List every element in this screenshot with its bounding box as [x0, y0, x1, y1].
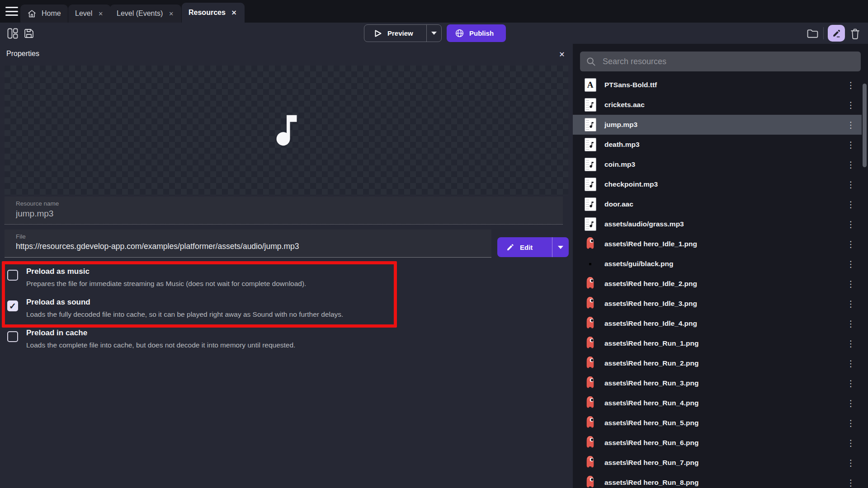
row-menu-button[interactable]: ⋮ [845, 297, 856, 310]
search-icon [586, 56, 596, 67]
resource-row[interactable]: jump.mp3 ⋮ [573, 115, 862, 135]
row-menu-button[interactable]: ⋮ [845, 357, 856, 370]
resource-name: coin.mp3 [604, 160, 635, 169]
kebab-icon: ⋮ [847, 160, 855, 170]
properties-panel: Properties ✕ Resource name File Edit [0, 44, 573, 488]
delete-resource-button[interactable] [848, 27, 862, 40]
checkbox-title: Preload as music [26, 267, 90, 276]
resource-row[interactable]: assets\Red hero_Run_7.png ⋮ [573, 453, 862, 473]
save-button[interactable] [22, 27, 36, 40]
resource-name: assets\Red hero_Idle_4.png [604, 319, 697, 328]
resource-row[interactable]: assets\Red hero_Run_3.png ⋮ [573, 373, 862, 393]
scrollbar-thumb[interactable] [863, 84, 867, 167]
preview-button[interactable]: Preview [364, 25, 426, 42]
close-properties-button[interactable]: ✕ [556, 48, 568, 60]
row-menu-button[interactable]: ⋮ [845, 476, 856, 488]
file-label: File [16, 233, 26, 240]
resource-row[interactable]: crickets.aac ⋮ [573, 95, 862, 115]
resource-row[interactable]: A PTSans-Bold.ttf ⋮ [573, 75, 862, 95]
resource-row[interactable]: death.mp3 ⋮ [573, 135, 862, 155]
resource-row[interactable]: assets\Red hero_Run_1.png ⋮ [573, 333, 862, 353]
resource-row[interactable]: assets\Red hero_Idle_3.png ⋮ [573, 294, 862, 314]
row-menu-button[interactable]: ⋮ [845, 118, 856, 131]
row-menu-button[interactable]: ⋮ [845, 238, 856, 250]
row-menu-button[interactable]: ⋮ [845, 258, 856, 270]
resource-row[interactable]: assets\Red hero_Run_4.png ⋮ [573, 393, 862, 413]
preview-dropdown-button[interactable] [427, 25, 441, 42]
resource-name: assets\Red hero_Run_6.png [604, 439, 698, 447]
resource-row[interactable]: assets\Red hero_Run_8.png ⋮ [573, 473, 862, 488]
resource-name: assets\Red hero_Run_1.png [604, 339, 698, 347]
row-menu-button[interactable]: ⋮ [845, 277, 856, 290]
row-menu-button[interactable]: ⋮ [845, 79, 856, 91]
row-menu-button[interactable]: ⋮ [845, 218, 856, 230]
resource-row[interactable]: checkpoint.mp3 ⋮ [573, 174, 862, 194]
row-menu-button[interactable]: ⋮ [845, 456, 856, 469]
kebab-icon: ⋮ [847, 358, 855, 369]
row-menu-button[interactable]: ⋮ [845, 158, 856, 171]
resource-row[interactable]: assets/audio/grass.mp3 ⋮ [573, 214, 862, 234]
resource-row[interactable]: coin.mp3 ⋮ [573, 155, 862, 174]
edit-dropdown-button[interactable] [552, 237, 569, 257]
resource-name: assets\Red hero_Run_7.png [604, 459, 698, 467]
close-tab-icon[interactable]: ✕ [97, 10, 104, 18]
resource-row[interactable]: assets\Red hero_Idle_1.png ⋮ [573, 234, 862, 254]
kebab-icon: ⋮ [847, 338, 855, 349]
resource-name: assets\Red hero_Run_5.png [604, 419, 698, 427]
hero-file-icon [585, 455, 595, 470]
hero-file-icon [585, 316, 595, 331]
resource-row[interactable]: assets\Red hero_Idle_2.png ⋮ [573, 274, 862, 294]
row-menu-button[interactable]: ⋮ [845, 377, 856, 389]
row-menu-button[interactable]: ⋮ [845, 317, 856, 330]
search-input[interactable] [602, 56, 861, 67]
row-menu-button[interactable]: ⋮ [845, 436, 856, 449]
resource-row[interactable]: assets\Red hero_Run_5.png ⋮ [573, 413, 862, 433]
edit-resource-button[interactable] [828, 25, 845, 42]
row-menu-button[interactable]: ⋮ [845, 397, 856, 409]
resource-name: assets\Red hero_Run_8.png [604, 479, 698, 487]
kebab-icon: ⋮ [847, 418, 855, 428]
main-menu-button[interactable] [5, 6, 19, 17]
checkbox[interactable]: ✓ [7, 300, 18, 311]
row-menu-button[interactable]: ⋮ [845, 198, 856, 211]
edit-label: Edit [520, 244, 533, 251]
row-menu-button[interactable]: ⋮ [845, 178, 856, 191]
file-input[interactable] [16, 242, 464, 251]
trash-icon [850, 28, 860, 39]
resource-row[interactable]: assets\Red hero_Run_6.png ⋮ [573, 433, 862, 453]
tab-resources[interactable]: Resources ✕ [182, 3, 245, 23]
chevron-down-icon [558, 246, 563, 249]
checkbox[interactable] [7, 270, 18, 281]
panels-layout-button[interactable] [6, 27, 19, 40]
kebab-icon: ⋮ [847, 478, 855, 488]
checkbox[interactable] [7, 331, 18, 342]
kebab-icon: ⋮ [847, 239, 855, 249]
folder-icon [807, 28, 819, 39]
search-box [580, 52, 861, 71]
tab-level[interactable]: Level ✕ [68, 5, 111, 23]
resource-name: crickets.aac [604, 101, 645, 109]
black-file-icon [589, 263, 591, 265]
close-tab-icon[interactable]: ✕ [231, 9, 238, 17]
resource-name-input[interactable] [16, 209, 529, 219]
resource-name-field[interactable]: Resource name [5, 197, 563, 225]
tab-level-events[interactable]: Level (Events) ✕ [110, 5, 181, 23]
hero-file-icon [585, 296, 595, 311]
resource-name: assets/gui/black.png [604, 260, 673, 268]
row-menu-button[interactable]: ⋮ [845, 337, 856, 350]
edit-button[interactable]: Edit [497, 237, 552, 257]
file-field[interactable]: File [5, 230, 491, 258]
resource-row[interactable]: assets\Red hero_Run_2.png ⋮ [573, 353, 862, 373]
publish-button[interactable]: Publish [447, 24, 506, 42]
close-tab-icon[interactable]: ✕ [168, 10, 175, 18]
row-menu-button[interactable]: ⋮ [845, 99, 856, 111]
resource-row[interactable]: assets/gui/black.png ⋮ [573, 254, 862, 274]
row-menu-button[interactable]: ⋮ [845, 138, 856, 151]
resource-row[interactable]: assets\Red hero_Idle_4.png ⋮ [573, 314, 862, 333]
row-menu-button[interactable]: ⋮ [845, 417, 856, 429]
kebab-icon: ⋮ [847, 120, 855, 130]
resource-row[interactable]: door.aac ⋮ [573, 194, 862, 214]
tab-home[interactable]: Home [20, 5, 68, 23]
audio-file-icon [585, 158, 596, 171]
folder-button[interactable] [806, 27, 819, 40]
